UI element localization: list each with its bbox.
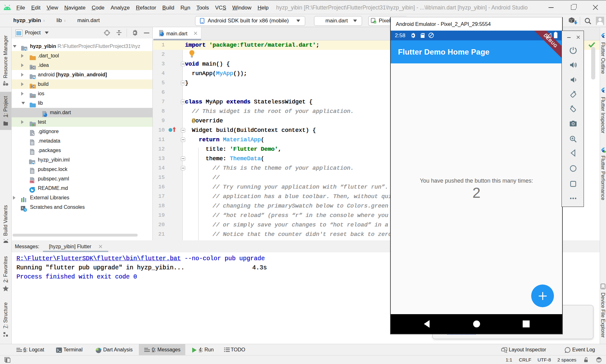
svg-text:YML: YML bbox=[30, 181, 34, 183]
